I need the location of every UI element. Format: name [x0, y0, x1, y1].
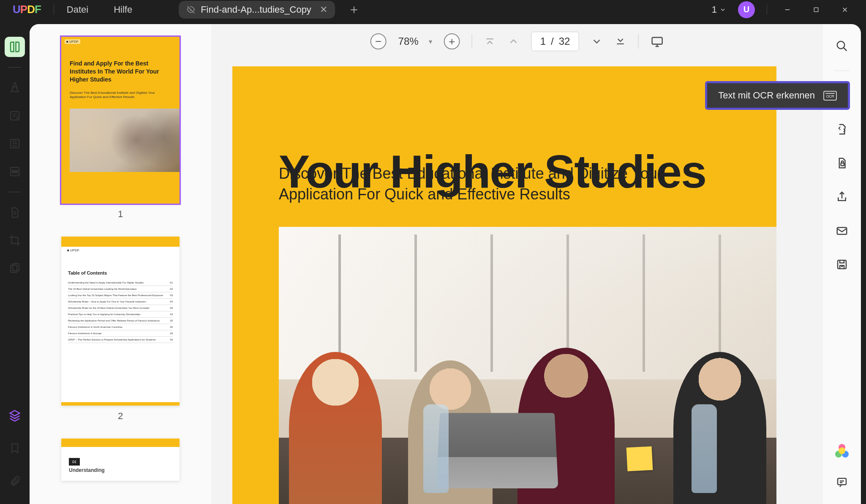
bookmark-tool[interactable]: [5, 438, 25, 458]
thumbnail-page-2[interactable]: ■ UPDF Table of Contents Understanding t…: [61, 237, 180, 406]
zoom-in-button[interactable]: +: [444, 33, 460, 49]
separator: [54, 5, 54, 15]
chevron-down-icon: ▾: [429, 38, 432, 46]
svg-rect-7: [652, 38, 662, 44]
thumb-subtitle: Discover The Best Educational Institute …: [70, 91, 167, 100]
view-toolbar: − 78% ▾ + 1 / 32: [370, 32, 664, 51]
toc-row: Reviewing the Application Period and Off…: [68, 318, 173, 324]
separator: [638, 34, 638, 49]
page-indicator[interactable]: 1 / 32: [531, 32, 579, 51]
maximize-button[interactable]: [808, 3, 825, 16]
layers-tool[interactable]: [5, 405, 25, 425]
crop-tool[interactable]: [5, 230, 25, 251]
zoom-dropdown[interactable]: 78% ▾: [398, 35, 432, 47]
highlight-tool[interactable]: [5, 78, 25, 98]
zoom-out-button[interactable]: −: [370, 33, 387, 49]
presentation-button[interactable]: [650, 35, 664, 48]
ai-assistant-button[interactable]: [833, 441, 851, 460]
app-logo: UPDF: [13, 3, 41, 16]
separator: [472, 34, 472, 49]
menu-help[interactable]: Hilfe: [114, 4, 132, 15]
ocr-tooltip: Text mit OCR erkennen OCR: [705, 81, 850, 110]
thumb-strip: [78, 174, 180, 204]
close-tab-icon[interactable]: ✕: [320, 4, 327, 15]
thumb-badge: ■ UPDF: [65, 39, 80, 44]
save-button[interactable]: [833, 255, 851, 274]
toc-row: Scholarship Rules – How to Apply For One…: [68, 299, 173, 305]
thumb-bottombar: [61, 402, 180, 406]
toc-row: Scholarship Rules for the 10 Best Global…: [68, 305, 173, 311]
toc-row: UPDF – The Perfect Solution to Prepare S…: [68, 337, 173, 343]
ocr-icon[interactable]: OCR: [823, 91, 837, 101]
thumb-topbar: [61, 439, 180, 447]
separator: [767, 5, 767, 15]
thumbnail-panel: ■ UPDF Find and Apply For the Best Insti…: [30, 24, 211, 504]
thumb-photo: [70, 109, 180, 172]
page-view-tool[interactable]: [5, 133, 25, 154]
toc-row: Practical Tips to Help You in Applying f…: [68, 311, 173, 318]
last-page-button[interactable]: [614, 35, 626, 47]
next-page-button[interactable]: [591, 35, 602, 47]
svg-rect-4: [12, 171, 18, 173]
toc-row: Looking Into the Top 10 Subject Majors T…: [68, 292, 173, 299]
reader-tool[interactable]: [5, 37, 25, 57]
thumb-badge: ■ UPDF: [67, 248, 79, 252]
toc-list: Understanding the Need to Apply Internat…: [68, 280, 173, 343]
organize-pages-tool[interactable]: [5, 258, 25, 278]
attachment-tool[interactable]: [5, 471, 25, 491]
svg-rect-9: [841, 163, 844, 166]
protect-button[interactable]: [833, 154, 851, 172]
comment-button[interactable]: [833, 473, 851, 491]
svg-point-8: [837, 41, 845, 49]
separator: [8, 67, 21, 68]
thumb-number: 2: [118, 411, 123, 422]
user-avatar[interactable]: U: [738, 1, 755, 18]
edit-text-tool[interactable]: [5, 106, 25, 126]
thumb-number: 1: [118, 209, 123, 220]
menu-file[interactable]: Datei: [67, 4, 88, 15]
toc-row: Famous Institutions in North American Co…: [68, 324, 173, 330]
svg-rect-10: [837, 228, 847, 234]
svg-rect-0: [814, 8, 818, 11]
email-button[interactable]: [833, 221, 851, 240]
page-photo: [279, 227, 776, 504]
convert-button[interactable]: [833, 120, 851, 139]
eye-off-icon: [186, 5, 196, 14]
separator: [8, 192, 21, 192]
redact-tool[interactable]: [5, 161, 25, 182]
close-window-button[interactable]: [836, 3, 853, 16]
chapter-text: Understanding: [69, 467, 105, 473]
thumbnail-page-3[interactable]: 01 Understanding: [61, 439, 180, 481]
search-button[interactable]: [833, 37, 851, 55]
chapter-chip: 01: [69, 458, 80, 466]
thumb-topbar: [61, 237, 180, 247]
form-tool[interactable]: [5, 202, 25, 223]
svg-point-12: [841, 266, 843, 267]
minimize-button[interactable]: [779, 3, 796, 16]
document-tab[interactable]: Find-and-Ap...tudies_Copy ✕: [179, 1, 335, 19]
view-mode-dropdown[interactable]: 1: [712, 4, 726, 15]
ocr-tooltip-text: Text mit OCR erkennen: [718, 90, 815, 101]
toc-row: The 10 Best Global Universities Leading …: [68, 286, 173, 292]
thumb-title: Find and Apply For the Best Institutes I…: [70, 60, 167, 84]
page-subtitle: Discover The Best Educational Institute …: [279, 163, 692, 204]
toc-row: Famous Institutions in Europe26: [68, 330, 173, 337]
separator: [835, 71, 849, 71]
share-button[interactable]: [833, 188, 851, 206]
svg-rect-11: [838, 260, 846, 269]
thumbnail-page-1[interactable]: ■ UPDF Find and Apply For the Best Insti…: [61, 37, 180, 204]
left-toolbar: [0, 24, 30, 504]
prev-page-button[interactable]: [508, 35, 520, 47]
page-canvas[interactable]: Institutes In The World For Your Higher …: [232, 66, 776, 504]
first-page-button[interactable]: [484, 35, 496, 47]
tab-title: Find-and-Ap...tudies_Copy: [201, 4, 311, 15]
new-tab-button[interactable]: ＋: [348, 1, 360, 18]
toc-row: Understanding the Need to Apply Internat…: [68, 280, 173, 286]
toc-title: Table of Contents: [68, 270, 107, 275]
title-bar: UPDF Datei Hilfe Find-and-Ap...tudies_Co…: [0, 0, 866, 19]
